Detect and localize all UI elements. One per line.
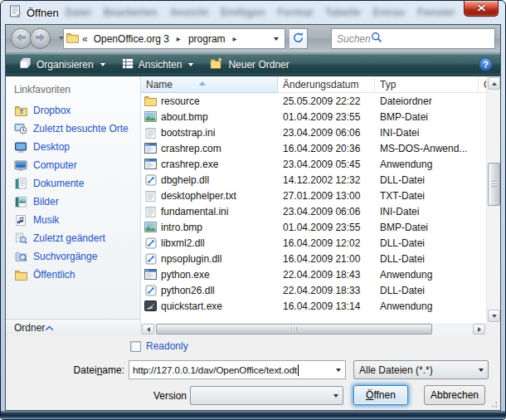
search-placeholder: Suchen bbox=[337, 33, 371, 45]
refresh-button[interactable] bbox=[289, 28, 308, 49]
views-icon bbox=[122, 58, 134, 71]
application-icon bbox=[144, 269, 157, 280]
scroll-left-button[interactable] bbox=[142, 324, 154, 335]
horizontal-scrollbar[interactable] bbox=[141, 323, 486, 335]
sidebar-item-desktop[interactable]: Desktop bbox=[6, 138, 140, 156]
views-dropdown-caret bbox=[188, 63, 193, 66]
file-type: INI-Datei bbox=[375, 206, 479, 217]
address-dropdown-caret[interactable] bbox=[270, 37, 282, 41]
close-icon bbox=[477, 2, 486, 14]
history-dropdown-caret[interactable] bbox=[59, 37, 64, 40]
sidebar-item--ffentlich[interactable]: Öffentlich bbox=[6, 266, 140, 284]
resize-grip[interactable] bbox=[489, 398, 499, 408]
organize-button[interactable]: Organisieren bbox=[13, 55, 111, 74]
scroll-right-button[interactable] bbox=[473, 324, 485, 335]
search-input[interactable]: Suchen bbox=[331, 28, 495, 49]
file-row-dbghelp-dll[interactable]: dbghelp.dll14.12.2002 12:32DLL-Datei bbox=[141, 172, 486, 188]
column-header-date[interactable]: Änderungsdatum bbox=[278, 76, 375, 93]
filetype-select[interactable]: Alle Dateien (*.*) bbox=[353, 360, 489, 379]
file-type: Anwendung bbox=[375, 269, 479, 281]
version-select[interactable] bbox=[190, 386, 343, 405]
address-folder-icon bbox=[66, 32, 79, 46]
file-name: bootstrap.ini bbox=[161, 127, 215, 139]
breadcrumb-separator-icon[interactable]: ▸ bbox=[231, 34, 239, 43]
breadcrumb-folder[interactable]: OpenOffice.org 3 bbox=[91, 32, 172, 46]
close-button[interactable] bbox=[464, 1, 499, 17]
open-button[interactable]: Öffnen bbox=[353, 385, 408, 405]
file-row-crashrep-exe[interactable]: crashrep.exe23.04.2009 05:45Anwendung bbox=[141, 156, 486, 172]
text-file-icon bbox=[144, 206, 157, 217]
file-row-libxml2-dll[interactable]: libxml2.dll16.04.2009 12:02DLL-Datei bbox=[141, 235, 486, 251]
file-row-npsoplugin-dll[interactable]: npsoplugin.dll16.04.2009 21:00DLL-Datei bbox=[141, 251, 486, 266]
forward-button[interactable] bbox=[30, 28, 51, 49]
file-row-bootstrap-ini[interactable]: bootstrap.ini23.04.2009 06:06INI-Datei bbox=[141, 125, 486, 140]
sidebar-item-dokumente[interactable]: Dokumente bbox=[6, 174, 140, 193]
readonly-checkbox[interactable] bbox=[130, 341, 141, 352]
chevron-up-icon bbox=[45, 322, 54, 334]
titlebar: DateiBearbeitenAnsichtEinfügenFormatTabe… bbox=[1, 1, 505, 24]
sidebar-item-label: Zuletzt besuchte Orte bbox=[33, 123, 129, 134]
file-date: 01.04.2009 23:55 bbox=[278, 222, 375, 233]
sidebar-item-dropbox[interactable]: Dropbox bbox=[6, 101, 140, 120]
breadcrumb-separator-icon[interactable]: ▸ bbox=[175, 34, 182, 43]
filename-value: http://127.0.0.1/dav/OpenOffice/text.odt bbox=[133, 364, 297, 375]
horizontal-scroll-thumb[interactable] bbox=[156, 324, 432, 335]
file-name: resource bbox=[161, 95, 200, 107]
command-toolbar: Organisieren Ansichten Neuer Ordner ? bbox=[6, 53, 500, 76]
dialog-footer: Readonly Dateiname: http://127.0.0.1/dav… bbox=[6, 335, 500, 410]
sidebar-item-computer[interactable]: Computer bbox=[6, 156, 140, 174]
file-name: npsoplugin.dll bbox=[161, 253, 221, 265]
file-row-fundamental-ini[interactable]: fundamental.ini23.04.2009 06:06INI-Datei bbox=[141, 203, 486, 219]
file-date: 16.04.2009 20:36 bbox=[278, 143, 375, 154]
file-row-resource[interactable]: resource25.05.2009 22:22Dateiordner bbox=[141, 93, 486, 109]
file-row-intro-bmp[interactable]: intro.bmp01.04.2009 23:55BMP-Datei bbox=[141, 219, 486, 235]
recently-changed-icon bbox=[14, 232, 27, 244]
readonly-label[interactable]: Readonly bbox=[146, 340, 188, 352]
new-folder-button[interactable]: Neuer Ordner bbox=[204, 55, 294, 74]
sidebar-item-suchvorg-nge[interactable]: Suchvorgänge bbox=[6, 247, 140, 266]
text-file-icon bbox=[144, 127, 157, 139]
sidebar-item-musik[interactable]: Musik bbox=[6, 211, 140, 229]
help-button[interactable]: ? bbox=[479, 57, 493, 71]
file-row-python26-dll[interactable]: python26.dll22.04.2009 18:33DLL-Datei bbox=[141, 282, 486, 298]
public-folder-icon bbox=[14, 270, 27, 281]
vertical-scrollbar[interactable] bbox=[486, 76, 500, 323]
filename-dropdown-caret[interactable] bbox=[331, 361, 345, 378]
scroll-down-button[interactable] bbox=[488, 310, 500, 322]
sidebar-item-zuletzt-besuchte-orte[interactable]: Zuletzt besuchte Orte bbox=[6, 120, 140, 138]
views-button[interactable]: Ansichten bbox=[116, 56, 200, 74]
column-headers: Name Änderungsdatum Typ G bbox=[141, 76, 486, 93]
file-date: 23.04.2009 05:45 bbox=[278, 159, 375, 170]
file-row-python-exe[interactable]: python.exe22.04.2009 18:43Anwendung bbox=[141, 266, 486, 282]
file-row-quickstart-exe[interactable]: quickstart.exe16.04.2009 13:14Anwendung bbox=[141, 298, 486, 314]
filetype-dropdown-caret[interactable] bbox=[474, 361, 488, 378]
scroll-up-button[interactable] bbox=[488, 77, 500, 90]
file-name: about.bmp bbox=[161, 111, 208, 123]
back-button[interactable] bbox=[11, 28, 32, 49]
file-name: python26.dll bbox=[161, 285, 215, 296]
file-type: TXT-Datei bbox=[375, 190, 479, 202]
column-header-type[interactable]: Typ bbox=[375, 76, 479, 93]
file-row-desktophelper-txt[interactable]: desktophelper.txt27.01.2009 13:00TXT-Dat… bbox=[141, 188, 486, 203]
cancel-button[interactable]: Abbrechen bbox=[424, 385, 485, 405]
file-name: python.exe bbox=[161, 269, 210, 281]
file-row-crashrep-com[interactable]: crashrep.com16.04.2009 20:36MS-DOS-Anwen… bbox=[141, 140, 486, 156]
column-header-name[interactable]: Name bbox=[141, 76, 278, 93]
vertical-scroll-thumb[interactable] bbox=[488, 163, 500, 206]
filename-input[interactable]: http://127.0.0.1/dav/OpenOffice/text.odt bbox=[129, 360, 346, 379]
folder-icon bbox=[144, 95, 157, 106]
folders-expander[interactable]: Ordner bbox=[6, 319, 140, 335]
version-dropdown-caret[interactable] bbox=[328, 387, 343, 404]
breadcrumb-subfolder[interactable]: program bbox=[186, 32, 228, 46]
collapsed-crumbs-chevron[interactable]: « bbox=[82, 33, 88, 45]
file-date: 01.04.2009 23:55 bbox=[278, 111, 375, 123]
file-type: INI-Datei bbox=[375, 127, 479, 139]
image-file-icon bbox=[144, 222, 157, 232]
sidebar-item-bilder[interactable]: Bilder bbox=[6, 193, 140, 211]
file-name: desktophelper.txt bbox=[161, 190, 236, 202]
file-type: DLL-Datei bbox=[375, 285, 479, 296]
sidebar-item-label: Dokumente bbox=[33, 178, 84, 189]
sidebar-item-zuletzt-ge-ndert[interactable]: Zuletzt geändert bbox=[6, 229, 140, 247]
file-row-about-bmp[interactable]: about.bmp01.04.2009 23:55BMP-Datei bbox=[141, 109, 486, 125]
address-bar[interactable]: « OpenOffice.org 3 ▸ program ▸ bbox=[63, 28, 285, 49]
